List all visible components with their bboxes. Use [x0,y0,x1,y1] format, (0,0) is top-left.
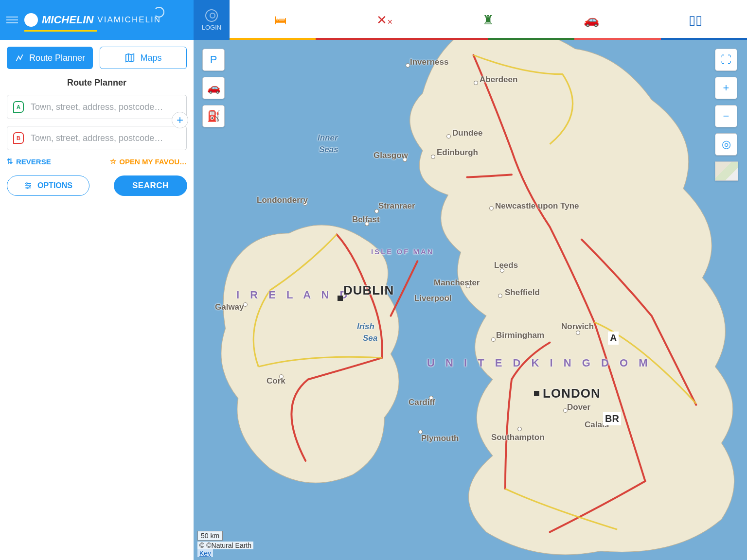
edge-label: A [608,332,619,345]
sea-label: Sea [363,333,377,343]
sliders-icon [24,181,33,190]
country-label: I R E L A N D [236,289,351,301]
destination-input[interactable] [30,133,180,144]
restaurants-icon[interactable]: ✕✕ [376,13,393,28]
login-button[interactable]: LOGIN [194,0,230,40]
city-label: Southampton [491,433,545,442]
menu-button[interactable] [0,0,24,40]
marker-a-icon: A [13,101,24,113]
svg-point-0 [26,183,28,184]
edge-label: BR [603,412,621,425]
city-marker [517,427,522,431]
city-label: Galway [215,302,244,312]
city-marker [406,63,410,68]
bibendum-icon [24,13,38,27]
capital-marker [338,296,343,301]
zoom-out-button[interactable]: − [715,105,737,127]
tab-route-planner[interactable]: Route Planner [7,47,93,69]
city-label: Norwich [561,322,594,332]
city-label: Liverpool [414,294,452,303]
country-label: U N I T E D K I N G D O M [427,357,652,369]
swap-icon: ⇅ [7,157,13,166]
brand-logo[interactable]: MICHELIN VIAMICHELIN [24,13,161,27]
reverse-link[interactable]: ⇅ REVERSE [7,157,51,166]
magazine-icon[interactable]: ▯▯ [689,13,702,28]
logo-underline [24,30,97,32]
city-label: Birmingham [496,331,544,340]
capital-label: DUBLIN [343,283,394,298]
search-button[interactable]: SEARCH [114,175,187,196]
star-icon: ☆ [110,157,116,166]
map-scale: 50 km [197,531,223,541]
city-label: Cork [267,376,285,386]
city-label: Dundee [452,128,482,138]
map-canvas[interactable]: P 🚗 ⛽ ⛶ + − ◎ InnerSeasISLE OF MANIrishS… [194,40,747,560]
tourism-icon[interactable]: ♜ [482,13,494,28]
city-label: Londonderry [257,195,308,205]
sidebar-title: Route Planner [7,78,187,88]
city-label: Plymouth [421,434,459,443]
user-icon [205,9,218,22]
options-label: OPTIONS [37,181,72,190]
locate-button[interactable]: ◎ [715,133,737,156]
city-label: Cardiff [409,398,435,407]
origin-field[interactable]: A + [7,95,187,119]
sea-label: Seas [319,145,338,155]
traffic-icon[interactable]: 🚗 [584,13,599,28]
city-label: Edinburgh [437,148,478,158]
map-key-link[interactable]: Key [197,549,213,557]
svg-point-1 [29,185,31,187]
city-label: Sheffield [505,288,540,298]
city-label: Belfast [352,215,380,225]
sea-label: Inner [318,133,338,143]
city-marker [474,81,478,85]
city-marker [491,337,496,342]
refresh-icon[interactable] [154,7,164,18]
tab-maps[interactable]: Maps [100,47,187,69]
traffic-layer-button[interactable]: 🚗 [202,77,225,99]
destination-field[interactable]: B [7,126,187,150]
favourites-link[interactable]: ☆ OPEN MY FAVOU… [110,157,187,166]
city-label: Leeds [494,261,518,270]
city-label: Stranraer [378,201,415,211]
marker-b-icon: B [13,132,24,144]
map-attribution: © ©Natural Earth [197,542,253,549]
tab-route-label: Route Planner [29,53,85,63]
options-button[interactable]: OPTIONS [7,175,89,196]
map-icon [124,52,135,63]
tab-maps-label: Maps [140,53,161,63]
city-label: Dover [567,402,590,412]
add-stop-button[interactable]: + [172,112,188,128]
city-marker [446,134,451,139]
minimap-button[interactable] [715,161,738,181]
city-label: Inverness [410,57,448,67]
hotels-icon[interactable]: 🛏 [274,13,287,28]
origin-input[interactable] [30,102,180,113]
product-name: VIAMICHELIN [97,15,161,25]
city-label: Glasgow [374,151,408,160]
parking-layer-button[interactable]: P [202,49,225,71]
city-label: Aberdeen [480,75,517,85]
reverse-label: REVERSE [16,158,51,166]
city-marker [431,155,435,159]
capital-label: LONDON [543,386,601,401]
sea-label: Irish [357,322,374,332]
sea-label: ISLE OF MAN [371,247,434,256]
svg-point-2 [27,187,28,189]
brand-name: MICHELIN [42,14,93,26]
fullscreen-button[interactable]: ⛶ [715,49,737,71]
login-label: LOGIN [202,24,221,31]
fuel-layer-button[interactable]: ⛽ [202,105,225,127]
capital-marker [534,391,539,396]
favourites-label: OPEN MY FAVOU… [119,158,187,166]
zoom-in-button[interactable]: + [715,77,737,99]
city-marker [498,294,502,298]
city-marker [489,206,494,210]
city-label: Manchester [434,278,480,288]
route-icon [15,53,24,63]
city-label: Newcastle upon Tyne [495,201,579,211]
